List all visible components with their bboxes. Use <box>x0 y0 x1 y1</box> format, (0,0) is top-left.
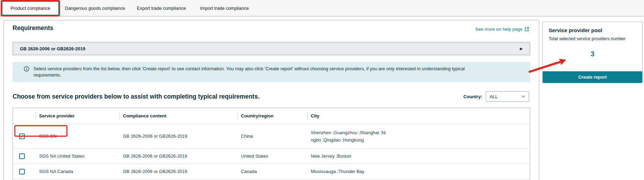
country-filter: Country: ALL <box>463 91 529 102</box>
city-cell: Shenzhen ;Guangzhou ;Shanghai ;Ningbo ;Q… <box>307 129 388 144</box>
country-cell: United States <box>237 153 307 159</box>
main-panel: Requirements See more on help page GB 26… <box>3 20 539 180</box>
tab-label: Import trade compliance <box>200 6 249 11</box>
row-checkbox[interactable] <box>19 169 25 174</box>
provider-cell: SGS NA United States <box>36 153 119 159</box>
tab-import-trade-compliance[interactable]: Import trade compliance <box>200 0 249 16</box>
country-label: Country: <box>463 94 482 99</box>
content-cell: GB 2626-2006 or GB2626-2019 <box>119 169 237 174</box>
tab-label: Product compliance <box>10 6 50 11</box>
header-compliance-content: Compliance content <box>119 108 237 124</box>
page: Product compliance Dangerous goods compl… <box>0 0 644 180</box>
info-icon <box>24 66 29 72</box>
help-link-label: See more on help page <box>475 27 522 32</box>
requirements-title: Requirements <box>13 24 53 32</box>
info-banner: Select service providers from the list b… <box>13 62 530 82</box>
tab-label: Dangerous goods compliance <box>65 6 125 11</box>
row-checkbox[interactable] <box>19 134 25 139</box>
country-cell: Canada <box>237 169 307 174</box>
provider-cell: SGS NA Canada <box>36 169 119 174</box>
content-cell: GB 2626-2006 or GB2626-2019 <box>119 134 237 139</box>
caret-right-icon: ▶ <box>520 46 523 51</box>
accordion-label: GB 2626-2006 or GB2626-2019 <box>20 46 85 51</box>
table-row: SGS NA Canada GB 2626-2006 or GB2626-201… <box>13 164 530 179</box>
create-report-button[interactable]: Create report <box>543 71 642 83</box>
country-select-value: ALL <box>490 94 498 99</box>
choose-providers-heading: Choose from service providers below to a… <box>13 93 259 100</box>
provider-cell: SGS CN <box>36 134 119 139</box>
tab-bar: Product compliance Dangerous goods compl… <box>0 0 644 16</box>
city-cell: New Jersey ;Boston <box>307 152 388 160</box>
tab-label: Export trade compliance <box>137 6 186 11</box>
city-cell: Mississauga ;Thunder Bay <box>307 168 388 175</box>
row-checkbox[interactable] <box>19 153 25 159</box>
pool-title: Service provider pool <box>549 27 636 33</box>
tab-dangerous-goods-compliance[interactable]: Dangerous goods compliance <box>65 0 125 16</box>
header-country-region: Country/region <box>237 108 307 124</box>
country-select[interactable]: ALL <box>486 91 529 102</box>
chevron-down-icon <box>521 95 525 98</box>
header-service-provider: Service provider <box>36 108 119 124</box>
help-page-link[interactable]: See more on help page <box>475 27 529 32</box>
info-banner-text: Select service providers from the list b… <box>34 66 481 78</box>
tab-export-trade-compliance[interactable]: Export trade compliance <box>137 0 186 16</box>
country-cell: China <box>237 134 307 139</box>
table-row: SGS NA United States GB 2626-2006 or GB2… <box>13 148 530 164</box>
header-city: City <box>307 108 388 124</box>
pool-subtitle: Total selected service providers number <box>549 36 636 41</box>
service-provider-pool-card: Service provider pool Total selected ser… <box>542 22 643 83</box>
tab-product-compliance[interactable]: Product compliance <box>2 1 59 15</box>
requirement-accordion[interactable]: GB 2626-2006 or GB2626-2019 ▶ <box>13 42 530 55</box>
table-header-row: Service provider Compliance content Coun… <box>13 108 530 124</box>
selected-count: 3 <box>549 50 636 58</box>
content-cell: GB 2626-2006 or GB2626-2019 <box>119 153 237 159</box>
service-providers-table: Service provider Compliance content Coun… <box>13 108 530 180</box>
table-row: SGS CN GB 2626-2006 or GB2626-2019 China… <box>13 124 530 148</box>
external-link-icon <box>525 27 529 31</box>
